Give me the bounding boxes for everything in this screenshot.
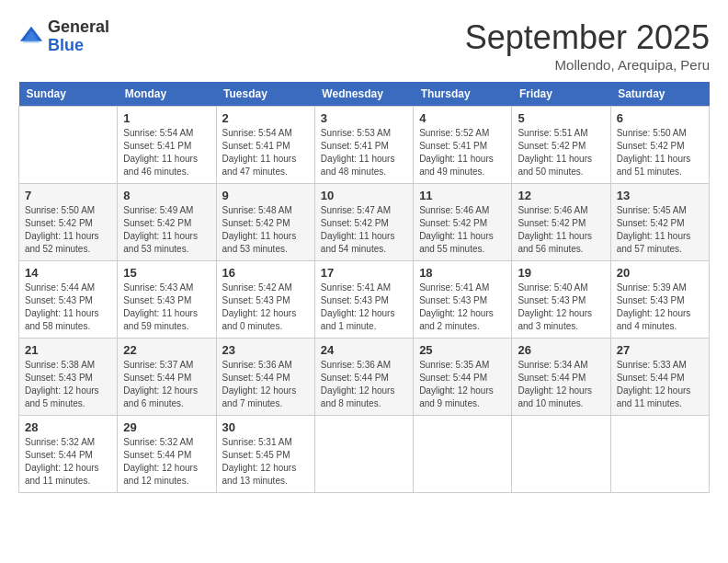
page-header: General Blue September 2025 Mollendo, Ar… — [18, 18, 710, 73]
calendar-cell: 17Sunrise: 5:41 AMSunset: 5:43 PMDayligh… — [314, 261, 413, 339]
day-number: 17 — [321, 266, 407, 280]
day-number: 23 — [222, 343, 309, 357]
calendar-cell: 23Sunrise: 5:36 AMSunset: 5:44 PMDayligh… — [216, 339, 314, 416]
logo-general-text: General — [48, 17, 109, 36]
title-block: September 2025 Mollendo, Arequipa, Peru — [465, 18, 710, 73]
calendar-cell: 29Sunrise: 5:32 AMSunset: 5:44 PMDayligh… — [118, 416, 216, 493]
logo-blue-text: Blue — [48, 36, 84, 54]
column-header-friday: Friday — [512, 82, 610, 107]
day-info: Sunrise: 5:39 AMSunset: 5:43 PMDaylight:… — [617, 282, 703, 333]
calendar-cell: 1Sunrise: 5:54 AMSunset: 5:41 PMDaylight… — [118, 107, 216, 184]
calendar-cell — [314, 416, 413, 493]
calendar-cell: 10Sunrise: 5:47 AMSunset: 5:42 PMDayligh… — [314, 184, 413, 261]
day-number: 21 — [25, 343, 111, 357]
day-info: Sunrise: 5:37 AMSunset: 5:44 PMDaylight:… — [123, 359, 210, 410]
calendar-cell: 9Sunrise: 5:48 AMSunset: 5:42 PMDaylight… — [216, 184, 314, 261]
location-subtitle: Mollendo, Arequipa, Peru — [465, 57, 710, 73]
calendar-header-row: SundayMondayTuesdayWednesdayThursdayFrid… — [19, 82, 710, 107]
day-number: 29 — [123, 420, 210, 434]
calendar-cell: 20Sunrise: 5:39 AMSunset: 5:43 PMDayligh… — [610, 261, 709, 339]
calendar-cell — [414, 416, 512, 493]
calendar-cell: 16Sunrise: 5:42 AMSunset: 5:43 PMDayligh… — [216, 261, 314, 339]
day-info: Sunrise: 5:33 AMSunset: 5:44 PMDaylight:… — [617, 359, 703, 410]
day-number: 8 — [123, 189, 210, 202]
day-info: Sunrise: 5:52 AMSunset: 5:41 PMDaylight:… — [419, 127, 506, 178]
day-info: Sunrise: 5:34 AMSunset: 5:44 PMDaylight:… — [518, 359, 604, 410]
day-number: 9 — [222, 189, 309, 202]
calendar-cell: 30Sunrise: 5:31 AMSunset: 5:45 PMDayligh… — [216, 416, 314, 493]
calendar-cell: 12Sunrise: 5:46 AMSunset: 5:42 PMDayligh… — [512, 184, 610, 261]
day-info: Sunrise: 5:43 AMSunset: 5:43 PMDaylight:… — [123, 282, 210, 333]
day-info: Sunrise: 5:41 AMSunset: 5:43 PMDaylight:… — [419, 282, 506, 333]
day-info: Sunrise: 5:54 AMSunset: 5:41 PMDaylight:… — [222, 127, 309, 178]
day-info: Sunrise: 5:44 AMSunset: 5:43 PMDaylight:… — [25, 282, 111, 333]
day-number: 20 — [617, 266, 703, 280]
day-info: Sunrise: 5:51 AMSunset: 5:42 PMDaylight:… — [518, 127, 604, 178]
day-number: 30 — [222, 420, 309, 434]
day-number: 1 — [123, 111, 210, 125]
calendar-cell: 26Sunrise: 5:34 AMSunset: 5:44 PMDayligh… — [512, 339, 610, 416]
day-number: 15 — [123, 266, 210, 280]
day-number: 11 — [419, 189, 506, 202]
day-number: 12 — [518, 189, 604, 202]
day-info: Sunrise: 5:42 AMSunset: 5:43 PMDaylight:… — [222, 282, 309, 333]
column-header-wednesday: Wednesday — [314, 82, 413, 107]
calendar-cell: 7Sunrise: 5:50 AMSunset: 5:42 PMDaylight… — [19, 184, 118, 261]
day-info: Sunrise: 5:40 AMSunset: 5:43 PMDaylight:… — [518, 282, 604, 333]
calendar-cell: 8Sunrise: 5:49 AMSunset: 5:42 PMDaylight… — [118, 184, 216, 261]
day-number: 25 — [419, 343, 506, 357]
column-header-monday: Monday — [118, 82, 216, 107]
day-info: Sunrise: 5:38 AMSunset: 5:43 PMDaylight:… — [25, 359, 111, 410]
calendar-cell: 18Sunrise: 5:41 AMSunset: 5:43 PMDayligh… — [414, 261, 512, 339]
day-number: 18 — [419, 266, 506, 280]
day-number: 28 — [25, 420, 111, 434]
day-info: Sunrise: 5:36 AMSunset: 5:44 PMDaylight:… — [222, 359, 309, 410]
day-number: 26 — [518, 343, 604, 357]
day-info: Sunrise: 5:41 AMSunset: 5:43 PMDaylight:… — [321, 282, 407, 333]
column-header-tuesday: Tuesday — [216, 82, 314, 107]
calendar-week-row: 1Sunrise: 5:54 AMSunset: 5:41 PMDaylight… — [19, 107, 710, 184]
calendar-cell: 3Sunrise: 5:53 AMSunset: 5:41 PMDaylight… — [314, 107, 413, 184]
day-info: Sunrise: 5:32 AMSunset: 5:44 PMDaylight:… — [123, 436, 210, 488]
day-number: 4 — [419, 111, 506, 125]
day-number: 6 — [617, 111, 703, 125]
day-info: Sunrise: 5:35 AMSunset: 5:44 PMDaylight:… — [419, 359, 506, 410]
day-number: 16 — [222, 266, 309, 280]
day-number: 13 — [617, 189, 703, 202]
day-number: 5 — [518, 111, 604, 125]
calendar-cell: 25Sunrise: 5:35 AMSunset: 5:44 PMDayligh… — [414, 339, 512, 416]
day-info: Sunrise: 5:31 AMSunset: 5:45 PMDaylight:… — [222, 436, 309, 488]
day-info: Sunrise: 5:45 AMSunset: 5:42 PMDaylight:… — [617, 204, 703, 256]
calendar-cell: 5Sunrise: 5:51 AMSunset: 5:42 PMDaylight… — [512, 107, 610, 184]
calendar-cell — [610, 416, 709, 493]
calendar-cell: 11Sunrise: 5:46 AMSunset: 5:42 PMDayligh… — [414, 184, 512, 261]
logo-icon — [18, 24, 44, 50]
column-header-thursday: Thursday — [414, 82, 512, 107]
day-info: Sunrise: 5:50 AMSunset: 5:42 PMDaylight:… — [617, 127, 703, 178]
column-header-sunday: Sunday — [19, 82, 118, 107]
calendar-cell: 24Sunrise: 5:36 AMSunset: 5:44 PMDayligh… — [314, 339, 413, 416]
calendar-cell: 21Sunrise: 5:38 AMSunset: 5:43 PMDayligh… — [19, 339, 118, 416]
calendar-cell: 27Sunrise: 5:33 AMSunset: 5:44 PMDayligh… — [610, 339, 709, 416]
day-number: 19 — [518, 266, 604, 280]
day-info: Sunrise: 5:47 AMSunset: 5:42 PMDaylight:… — [321, 204, 407, 256]
calendar-cell: 4Sunrise: 5:52 AMSunset: 5:41 PMDaylight… — [414, 107, 512, 184]
day-number: 2 — [222, 111, 309, 125]
day-number: 24 — [321, 343, 407, 357]
day-number: 27 — [617, 343, 703, 357]
calendar-cell: 2Sunrise: 5:54 AMSunset: 5:41 PMDaylight… — [216, 107, 314, 184]
day-number: 7 — [25, 189, 111, 202]
day-number: 3 — [321, 111, 407, 125]
calendar-week-row: 7Sunrise: 5:50 AMSunset: 5:42 PMDaylight… — [19, 184, 710, 261]
day-info: Sunrise: 5:54 AMSunset: 5:41 PMDaylight:… — [123, 127, 210, 178]
calendar-week-row: 14Sunrise: 5:44 AMSunset: 5:43 PMDayligh… — [19, 261, 710, 339]
calendar-cell — [19, 107, 118, 184]
logo: General Blue — [18, 18, 109, 55]
day-info: Sunrise: 5:48 AMSunset: 5:42 PMDaylight:… — [222, 204, 309, 256]
day-info: Sunrise: 5:36 AMSunset: 5:44 PMDaylight:… — [321, 359, 407, 410]
calendar-cell: 19Sunrise: 5:40 AMSunset: 5:43 PMDayligh… — [512, 261, 610, 339]
day-number: 14 — [25, 266, 111, 280]
day-info: Sunrise: 5:46 AMSunset: 5:42 PMDaylight:… — [419, 204, 506, 256]
calendar-week-row: 28Sunrise: 5:32 AMSunset: 5:44 PMDayligh… — [19, 416, 710, 493]
calendar-cell: 22Sunrise: 5:37 AMSunset: 5:44 PMDayligh… — [118, 339, 216, 416]
